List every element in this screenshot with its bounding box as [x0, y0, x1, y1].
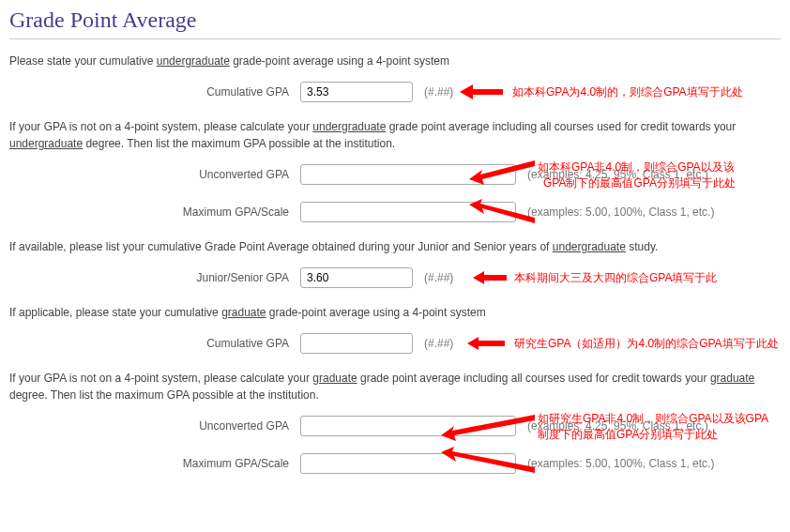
- title-divider: [9, 38, 781, 39]
- label-ug-cum-gpa: Cumulative GPA: [9, 85, 300, 99]
- input-jr-sr-gpa[interactable]: [300, 267, 413, 288]
- instruction-jr-sr: If available, please list your cumulativ…: [9, 238, 781, 255]
- label-ug-unconv-gpa: Unconverted GPA: [9, 168, 300, 181]
- row-ug-cum-gpa: Cumulative GPA (#.##) 如本科GPA为4.0制的，则综合GP…: [9, 81, 781, 103]
- annotation-grad-unconv-b: 制度下的最高值GPA分别填写于此处: [538, 427, 718, 443]
- hint-jr-sr-format: (#.##): [424, 271, 453, 284]
- hint-grad-cum-format: (#.##): [424, 337, 453, 350]
- page-title: Grade Point Average: [9, 8, 781, 33]
- arrow-icon: [467, 335, 505, 352]
- annotation-jr-sr: 本科期间大三及大四的综合GPA填写于此: [514, 270, 717, 286]
- annotation-ug-unconv-a: 如本科GPA非4.0制，则综合GPA以及该: [538, 160, 735, 175]
- label-grad-cum-gpa: Cumulative GPA: [9, 337, 300, 350]
- instruction-grad-unconv: If your GPA is not on a 4-point system, …: [9, 370, 781, 403]
- row-ug-max-gpa: Maximum GPA/Scale (examples: 5.00, 100%,…: [9, 201, 781, 223]
- svg-marker-4: [467, 337, 505, 350]
- row-grad-cum-gpa: Cumulative GPA (#.##) 研究生GPA（如适用）为4.0制的综…: [9, 332, 781, 355]
- input-ug-cum-gpa[interactable]: [300, 82, 413, 102]
- label-jr-sr-gpa: Junior/Senior GPA: [9, 271, 300, 284]
- svg-marker-3: [473, 271, 507, 284]
- row-grad-unconv-gpa: Unconverted GPA (examples: 4.25, 95%, Cl…: [9, 415, 781, 437]
- annotation-ug-unconv-b: GPA制下的最高值GPA分别填写于此处: [543, 175, 736, 191]
- row-jr-sr-gpa: Junior/Senior GPA (#.##) 本科期间大三及大四的综合GPA…: [9, 266, 781, 289]
- input-ug-unconv-gpa[interactable]: [300, 164, 516, 185]
- instruction-ug-cum: Please state your cumulative undergradua…: [9, 53, 781, 69]
- row-ug-unconv-gpa: Unconverted GPA (examples: 4.25, 95%, Cl…: [9, 163, 781, 186]
- arrow-icon: [460, 83, 503, 101]
- label-ug-max-gpa: Maximum GPA/Scale: [9, 205, 300, 219]
- instruction-grad-cum: If applicable, please state your cumulat…: [9, 304, 781, 321]
- input-grad-unconv-gpa[interactable]: [300, 416, 516, 436]
- label-grad-max-gpa: Maximum GPA/Scale: [9, 457, 300, 470]
- input-grad-cum-gpa[interactable]: [300, 333, 413, 354]
- annotation-grad-unconv-a: 如研究生GPA非4.0制，则综合GPA以及该GPA: [538, 411, 768, 427]
- instruction-ug-unconv: If your GPA is not on a 4-point system, …: [9, 118, 781, 152]
- hint-grad-max-examples: (examples: 5.00, 100%, Class 1, etc.): [527, 457, 714, 470]
- annotation-ug-cum: 如本科GPA为4.0制的，则综合GPA填写于此处: [512, 84, 743, 100]
- hint-ug-max-examples: (examples: 5.00, 100%, Class 1, etc.): [527, 205, 714, 219]
- row-grad-max-gpa: Maximum GPA/Scale (examples: 5.00, 100%,…: [9, 452, 781, 475]
- input-grad-max-gpa[interactable]: [300, 453, 516, 474]
- annotation-grad-cum: 研究生GPA（如适用）为4.0制的综合GPA填写于此处: [514, 336, 779, 352]
- arrow-icon: [473, 269, 507, 286]
- label-grad-unconv-gpa: Unconverted GPA: [9, 419, 300, 433]
- svg-marker-0: [460, 84, 503, 99]
- input-ug-max-gpa[interactable]: [300, 202, 516, 222]
- hint-ug-cum-format: (#.##): [424, 85, 453, 99]
